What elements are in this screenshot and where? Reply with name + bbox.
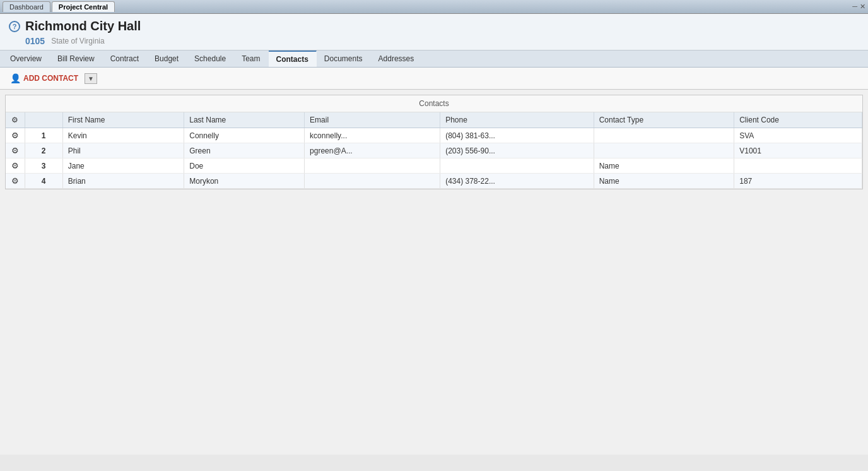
row-phone: (434) 378-22... bbox=[440, 174, 594, 189]
tab-schedule[interactable]: Schedule bbox=[187, 51, 234, 66]
table-row[interactable]: ⚙2PhilGreenpgreen@A...(203) 556-90...V10… bbox=[6, 143, 862, 158]
row-phone bbox=[440, 158, 594, 174]
row-client-code: V1001 bbox=[734, 143, 862, 158]
add-contact-dropdown[interactable]: ▼ bbox=[85, 73, 97, 84]
row-last-name: Green bbox=[184, 143, 305, 158]
person-icon: 👤 bbox=[10, 73, 21, 83]
title-bar: Dashboard Project Central ─ ✕ bbox=[0, 0, 868, 14]
tab-overview[interactable]: Overview bbox=[3, 51, 50, 66]
row-email: pgreen@A... bbox=[305, 143, 440, 158]
row-phone: (804) 381-63... bbox=[440, 128, 594, 143]
row-gear-icon[interactable]: ⚙ bbox=[6, 128, 25, 143]
row-contact-type bbox=[594, 128, 734, 143]
table-header-row: ⚙ First Name Last Name Email Phone Conta… bbox=[6, 112, 862, 128]
close-button[interactable]: ✕ bbox=[860, 3, 865, 11]
project-name: Richmond City Hall bbox=[25, 19, 141, 33]
contacts-table: ⚙ First Name Last Name Email Phone Conta… bbox=[6, 112, 862, 189]
row-contact-type: Name bbox=[594, 158, 734, 174]
row-number: 1 bbox=[25, 128, 62, 143]
row-contact-type: Name bbox=[594, 174, 734, 189]
row-last-name: Doe bbox=[184, 158, 305, 174]
row-number: 2 bbox=[25, 143, 62, 158]
help-icon[interactable]: ? bbox=[9, 21, 20, 32]
contacts-section-title: Contacts bbox=[6, 95, 862, 112]
project-title-row: ? Richmond City Hall bbox=[9, 19, 859, 33]
row-email bbox=[305, 158, 440, 174]
tab-contacts[interactable]: Contacts bbox=[269, 51, 317, 67]
add-contact-button[interactable]: 👤 ADD CONTACT bbox=[6, 71, 82, 85]
main-content: Contacts ⚙ First Name Last Name Email Ph… bbox=[0, 90, 868, 455]
toolbar: 👤 ADD CONTACT ▼ bbox=[0, 68, 868, 90]
col-gear: ⚙ bbox=[6, 112, 25, 128]
tab-team[interactable]: Team bbox=[234, 51, 268, 66]
col-email[interactable]: Email bbox=[305, 112, 440, 128]
row-client-code bbox=[734, 158, 862, 174]
table-row[interactable]: ⚙4BrianMorykon(434) 378-22...Name187 bbox=[6, 174, 862, 189]
tab-project-central[interactable]: Project Central bbox=[52, 1, 115, 12]
row-contact-type bbox=[594, 143, 734, 158]
row-last-name: Connelly bbox=[184, 128, 305, 143]
row-number: 4 bbox=[25, 174, 62, 189]
row-email bbox=[305, 174, 440, 189]
project-header: ? Richmond City Hall 0105 State of Virgi… bbox=[0, 14, 868, 51]
tab-bill-review[interactable]: Bill Review bbox=[50, 51, 103, 66]
row-phone: (203) 556-90... bbox=[440, 143, 594, 158]
row-client-code: SVA bbox=[734, 128, 862, 143]
row-gear-icon[interactable]: ⚙ bbox=[6, 174, 25, 189]
col-phone[interactable]: Phone bbox=[440, 112, 594, 128]
row-client-code: 187 bbox=[734, 174, 862, 189]
col-row-num bbox=[25, 112, 62, 128]
row-gear-icon[interactable]: ⚙ bbox=[6, 158, 25, 174]
table-row[interactable]: ⚙3JaneDoeName bbox=[6, 158, 862, 174]
tab-addresses[interactable]: Addresses bbox=[371, 51, 423, 66]
row-number: 3 bbox=[25, 158, 62, 174]
row-first-name: Jane bbox=[62, 158, 184, 174]
tab-contract[interactable]: Contract bbox=[103, 51, 147, 66]
title-bar-tabs: Dashboard Project Central bbox=[3, 1, 115, 12]
minimize-button[interactable]: ─ bbox=[852, 3, 857, 11]
project-meta: 0105 State of Virginia bbox=[9, 36, 859, 46]
gear-icon[interactable]: ⚙ bbox=[11, 116, 18, 124]
project-code: 0105 bbox=[25, 36, 45, 46]
row-first-name: Brian bbox=[62, 174, 184, 189]
tab-documents[interactable]: Documents bbox=[317, 51, 371, 66]
col-contact-type[interactable]: Contact Type bbox=[594, 112, 734, 128]
col-client-code[interactable]: Client Code bbox=[734, 112, 862, 128]
contacts-section: Contacts ⚙ First Name Last Name Email Ph… bbox=[5, 95, 863, 189]
project-state: State of Virginia bbox=[51, 37, 105, 45]
col-last-name[interactable]: Last Name bbox=[184, 112, 305, 128]
table-row[interactable]: ⚙1KevinConnellykconnelly...(804) 381-63.… bbox=[6, 128, 862, 143]
add-contact-label: ADD CONTACT bbox=[23, 74, 78, 83]
col-first-name[interactable]: First Name bbox=[62, 112, 184, 128]
tab-budget[interactable]: Budget bbox=[147, 51, 187, 66]
row-email: kconnelly... bbox=[305, 128, 440, 143]
tab-dashboard[interactable]: Dashboard bbox=[3, 1, 50, 12]
row-last-name: Morykon bbox=[184, 174, 305, 189]
row-gear-icon[interactable]: ⚙ bbox=[6, 143, 25, 158]
title-bar-controls: ─ ✕ bbox=[852, 3, 865, 11]
nav-tabs: Overview Bill Review Contract Budget Sch… bbox=[0, 51, 868, 68]
row-first-name: Phil bbox=[62, 143, 184, 158]
row-first-name: Kevin bbox=[62, 128, 184, 143]
